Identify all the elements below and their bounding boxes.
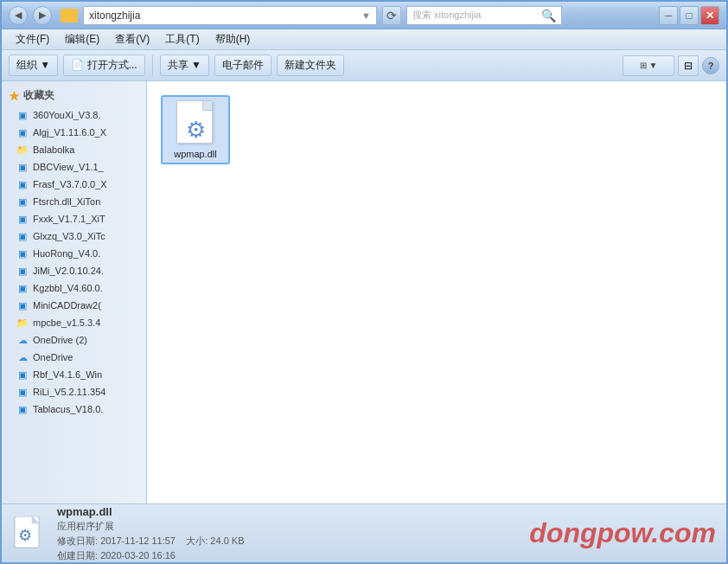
app-icon: ▣ (16, 368, 29, 381)
window-controls: ─ □ ✕ (659, 6, 719, 25)
status-filename: wpmap.dll (57, 505, 519, 518)
sidebar-item-tablacus[interactable]: ▣ Tablacus_V18.0. (2, 401, 146, 418)
app-icon: ▣ (16, 177, 29, 191)
refresh-icon: ⟳ (386, 9, 397, 22)
cloud-icon: ☁ (16, 350, 29, 364)
file-label: wpmap.dll (174, 149, 217, 159)
email-button[interactable]: 电子邮件 (214, 54, 271, 76)
open-with-button[interactable]: 📄 打开方式... (63, 54, 144, 76)
menu-view[interactable]: 查看(V) (108, 30, 156, 48)
refresh-button[interactable]: ⟳ (382, 6, 401, 25)
sidebar-item-rili[interactable]: ▣ RiLi_V5.2.11.354 (2, 383, 146, 401)
search-placeholder: 搜索 xitongzhijia (412, 9, 538, 22)
sidebar-item-jimi[interactable]: ▣ JiMi_V2.0.10.24. (2, 262, 146, 279)
sidebar-item-balabolka[interactable]: 📁 Balabolka (2, 141, 146, 158)
search-icon: 🔍 (541, 9, 556, 22)
app-icon: ▣ (16, 247, 29, 260)
sidebar-item-mpcbe[interactable]: 📁 mpcbe_v1.5.3.4 (2, 314, 146, 331)
sidebar-item-glxzq[interactable]: ▣ Glxzq_V3.0_XiTc (2, 228, 146, 245)
sidebar-item-fxxk[interactable]: ▣ Fxxk_V1.7.1_XiT (2, 210, 146, 228)
close-button[interactable]: ✕ (700, 6, 719, 25)
star-icon: ★ (9, 89, 20, 103)
app-icon: ▣ (16, 229, 29, 243)
new-folder-button[interactable]: 新建文件夹 (277, 54, 344, 76)
folder-icon: 📁 (16, 316, 29, 330)
sidebar-item-360youxi[interactable]: ▣ 360YouXi_V3.8. (2, 106, 146, 124)
minimize-button[interactable]: ─ (659, 6, 678, 25)
titlebar-left: ◀ ▶ xitongzhijia ▼ ⟳ 搜索 xitongzhijia 🔍 (9, 6, 562, 25)
app-icon: ▣ (16, 212, 29, 226)
sidebar-item-onedrive[interactable]: ☁ OneDrive (2, 349, 146, 366)
menu-edit[interactable]: 编辑(E) (58, 30, 106, 48)
app-icon: ▣ (16, 195, 29, 208)
app-icon: ▣ (16, 108, 29, 122)
help-button[interactable]: ? (702, 57, 719, 74)
svg-text:⚙: ⚙ (18, 527, 32, 544)
sidebar-item-algj[interactable]: ▣ Algj_V1.11.6.0_X (2, 124, 146, 141)
gear-icon: ⚙ (186, 117, 206, 144)
menubar: 文件(F) 编辑(E) 查看(V) 工具(T) 帮助(H) (2, 29, 726, 50)
back-button[interactable]: ◀ (9, 6, 28, 25)
app-icon: ▣ (16, 281, 29, 295)
toolbar-right: ⊞ ▼ ⊟ ? (623, 55, 719, 76)
folder-icon: 📁 (16, 143, 29, 157)
status-file-icon: ⚙ (12, 516, 47, 551)
share-button[interactable]: 共享 ▼ (160, 54, 209, 76)
preview-pane-button[interactable]: ⊟ (678, 55, 699, 76)
file-item-wpmap[interactable]: ⚙ wpmap.dll (161, 95, 230, 164)
sidebar-item-onedrive2[interactable]: ☁ OneDrive (2) (2, 331, 146, 349)
status-meta: 修改日期: 2017-11-12 11:57 大小: 24.0 KB (57, 535, 519, 548)
toolbar-separator-1 (152, 55, 153, 76)
sidebar-item-kgzbbl[interactable]: ▣ Kgzbbl_V4.60.0. (2, 279, 146, 297)
app-icon: ▣ (16, 385, 29, 399)
menu-help[interactable]: 帮助(H) (208, 30, 258, 48)
window: ◀ ▶ xitongzhijia ▼ ⟳ 搜索 xitongzhijia 🔍 ─… (0, 0, 728, 564)
address-bar[interactable]: xitongzhijia ▼ (83, 6, 377, 25)
app-icon: ▣ (16, 298, 29, 312)
search-box[interactable]: 搜索 xitongzhijia 🔍 (406, 6, 562, 25)
sidebar-item-minicad[interactable]: ▣ MiniCADDraw2( (2, 297, 146, 314)
folder-icon (61, 9, 78, 22)
app-icon: ▣ (16, 160, 29, 174)
favorites-section: ★ 收藏夹 (2, 85, 146, 106)
app-icon: ▣ (16, 402, 29, 416)
file-icon-large: ⚙ (173, 100, 218, 145)
sidebar-item-rbf[interactable]: ▣ Rbf_V4.1.6_Win (2, 366, 146, 383)
organize-button[interactable]: 组织 ▼ (9, 54, 58, 76)
app-icon: ▣ (16, 264, 29, 278)
watermark: dongpow.com (529, 517, 716, 549)
sidebar-item-frasf[interactable]: ▣ Frasf_V3.7.0.0_X (2, 176, 146, 193)
sidebar: ★ 收藏夹 ▣ 360YouXi_V3.8. ▣ Algj_V1.11.6.0_… (2, 81, 147, 503)
status-type: 应用程序扩展 (57, 520, 519, 533)
titlebar: ◀ ▶ xitongzhijia ▼ ⟳ 搜索 xitongzhijia 🔍 ─… (2, 2, 726, 29)
cloud-icon: ☁ (16, 333, 29, 347)
sidebar-item-dbcview[interactable]: ▣ DBCView_V1.1_ (2, 158, 146, 176)
file-grid: ⚙ wpmap.dll (161, 95, 712, 164)
statusbar: ⚙ wpmap.dll 应用程序扩展 修改日期: 2017-11-12 11:5… (2, 503, 726, 562)
dll-file-icon: ⚙ (175, 100, 216, 145)
forward-button[interactable]: ▶ (33, 6, 52, 25)
app-icon: ▣ (16, 125, 29, 139)
maximize-button[interactable]: □ (680, 6, 699, 25)
status-info: wpmap.dll 应用程序扩展 修改日期: 2017-11-12 11:57 … (57, 505, 519, 562)
menu-file[interactable]: 文件(F) (9, 30, 56, 48)
file-area: ⚙ wpmap.dll (147, 81, 726, 503)
toolbar: 组织 ▼ 📄 打开方式... 共享 ▼ 电子邮件 新建文件夹 ⊞ ▼ ⊟ ? (2, 50, 726, 81)
main-content: ★ 收藏夹 ▣ 360YouXi_V3.8. ▣ Algj_V1.11.6.0_… (2, 81, 726, 503)
sidebar-item-huorong[interactable]: ▣ HuoRong_V4.0. (2, 245, 146, 262)
sidebar-item-ftsrch[interactable]: ▣ Ftsrch.dll_XiTon (2, 193, 146, 210)
menu-tools[interactable]: 工具(T) (158, 30, 206, 48)
status-created: 创建日期: 2020-03-20 16:16 (57, 549, 519, 562)
view-toggle-button[interactable]: ⊞ ▼ (623, 55, 674, 76)
